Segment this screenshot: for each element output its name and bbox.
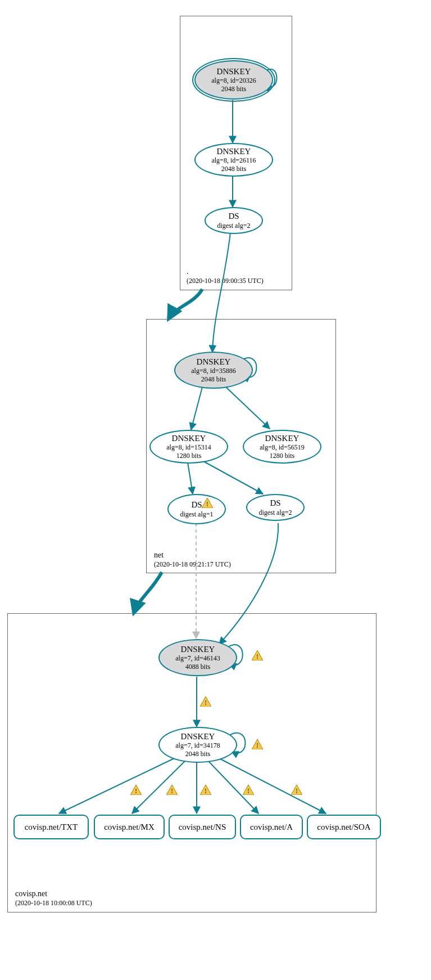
rrset-a: covisp.net/A [240,815,303,839]
node-detail: 2048 bits [221,165,246,173]
rrset-ns: covisp.net/NS [169,815,236,839]
node-title: DS [228,211,239,222]
node-title: DNSKEY [181,731,215,742]
node-detail: digest alg=2 [258,509,292,517]
covisp-zsk-dnskey: DNSKEY alg=7, id=34178 2048 bits [158,727,237,763]
net-zsk-dnskey-2: DNSKEY alg=8, id=56519 1280 bits [243,430,321,464]
rrset-label: covisp.net/A [250,822,293,832]
node-detail: alg=8, id=20326 [211,77,256,85]
node-detail: alg=7, id=34178 [175,741,220,750]
rrset-label: covisp.net/TXT [25,822,78,832]
zone-timestamp: (2020-10-18 09:00:35 UTC) [187,277,264,286]
node-detail: alg=8, id=15314 [166,443,211,452]
rrset-txt: covisp.net/TXT [13,815,89,839]
net-ds-1: DS digest alg=1 [167,494,226,524]
node-detail: 2048 bits [185,750,210,758]
zone-timestamp: (2020-10-18 10:00:08 UTC) [15,899,92,908]
node-title: DS [191,500,202,510]
zone-name: . [187,267,264,277]
rrset-soa: covisp.net/SOA [307,815,381,839]
node-title: DNSKEY [181,644,215,655]
rrset-mx: covisp.net/MX [94,815,165,839]
root-ksk-dnskey: DNSKEY alg=8, id=20326 2048 bits [194,60,273,100]
node-title: DNSKEY [217,66,251,77]
net-ds-2: DS digest alg=2 [246,494,305,521]
rrset-label: covisp.net/MX [104,822,155,832]
rrset-label: covisp.net/NS [179,822,226,832]
root-ds: DS digest alg=2 [205,207,263,234]
node-detail: alg=8, id=26116 [211,156,256,165]
node-detail: 2048 bits [201,375,226,384]
node-detail: 2048 bits [221,85,246,93]
zone-timestamp: (2020-10-18 09:21:17 UTC) [154,560,231,569]
node-detail: 1280 bits [270,452,294,460]
node-title: DNSKEY [172,433,206,444]
net-ksk-dnskey: DNSKEY alg=8, id=35886 2048 bits [174,352,253,389]
node-title: DS [270,498,280,509]
node-detail: alg=8, id=35886 [191,367,236,375]
node-detail: alg=7, id=46143 [175,654,220,663]
node-title: DNSKEY [217,146,251,157]
node-detail: digest alg=1 [180,510,213,519]
covisp-ksk-dnskey: DNSKEY alg=7, id=46143 4088 bits [158,639,237,676]
zone-covisp-label: covisp.net (2020-10-18 10:00:08 UTC) [15,889,92,908]
node-detail: alg=8, id=56519 [260,443,305,452]
net-zsk-dnskey-1: DNSKEY alg=8, id=15314 1280 bits [149,430,228,464]
zone-root-label: . (2020-10-18 09:00:35 UTC) [187,267,264,286]
node-title: DNSKEY [197,357,231,367]
node-detail: 1280 bits [176,452,201,460]
zone-name: net [154,550,231,560]
node-detail: 4088 bits [185,663,210,671]
zone-net-label: net (2020-10-18 09:21:17 UTC) [154,550,231,569]
node-detail: digest alg=2 [217,222,250,230]
zone-name: covisp.net [15,889,92,899]
node-title: DNSKEY [265,433,300,444]
root-zsk-dnskey: DNSKEY alg=8, id=26116 2048 bits [194,143,273,177]
rrset-label: covisp.net/SOA [317,822,370,832]
